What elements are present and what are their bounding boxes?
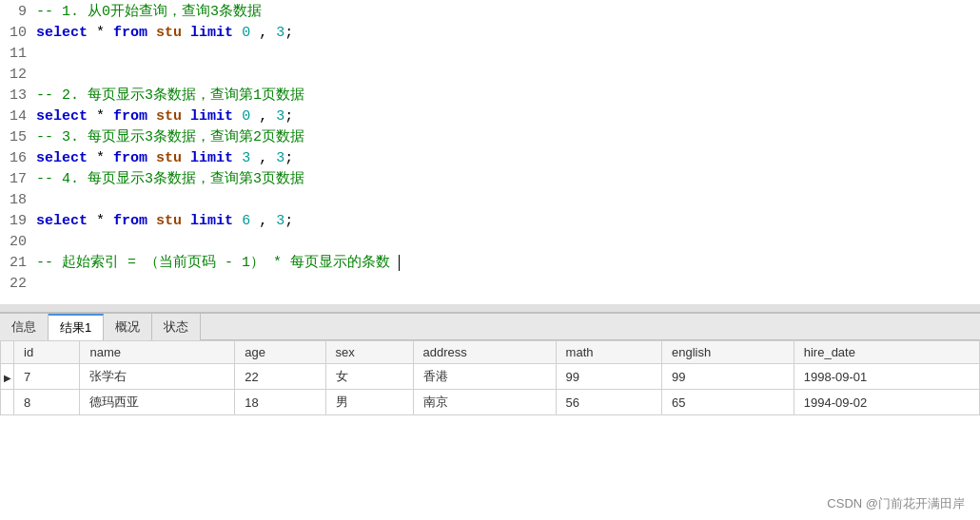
code-line: 12 [0, 65, 980, 86]
line-number: 9 [0, 2, 36, 23]
code-line: 13 -- 2. 每页显示3条数据，查询第1页数据 [0, 86, 980, 106]
code-line: 11 [0, 44, 980, 65]
line-number: 10 [0, 23, 36, 44]
col-hire-date: hire_date [794, 341, 979, 364]
tab-overview[interactable]: 概况 [104, 314, 152, 340]
result-table-area: id name age sex address math english hir… [0, 340, 980, 520]
cell-address: 南京 [413, 390, 556, 415]
horizontal-scrollbar[interactable] [0, 304, 980, 312]
line-content: select * from stu limit 6 , 3; [36, 211, 980, 232]
result-table: id name age sex address math english hir… [0, 340, 980, 415]
line-content [36, 65, 980, 86]
code-line: 17 -- 4. 每页显示3条数据，查询第3页数据 [0, 169, 980, 190]
table-row[interactable]: 8 德玛西亚 18 男 南京 56 65 1994-09-02 [1, 390, 980, 415]
code-lines: 9 -- 1. 从0开始查询，查询3条数据 10 select * from s… [0, 0, 980, 297]
code-line: 20 [0, 232, 980, 253]
line-number: 16 [0, 148, 36, 169]
cell-id: 7 [14, 364, 80, 390]
line-number: 20 [0, 232, 36, 253]
line-content: -- 2. 每页显示3条数据，查询第1页数据 [36, 86, 980, 106]
code-line: 18 [0, 190, 980, 211]
col-id: id [14, 341, 80, 364]
cell-name: 德玛西亚 [80, 390, 235, 415]
tab-info[interactable]: 信息 [0, 314, 49, 340]
cell-name: 张学右 [80, 364, 235, 390]
cell-hire-date: 1994-09-02 [794, 390, 979, 415]
tabs-bar: 信息 结果1 概况 状态 [0, 314, 980, 340]
cell-age: 22 [235, 364, 325, 390]
main-container: 9 -- 1. 从0开始查询，查询3条数据 10 select * from s… [0, 0, 980, 520]
watermark: CSDN @门前花开满田岸 [827, 495, 965, 512]
cell-hire-date: 1998-09-01 [794, 364, 979, 390]
cell-address: 香港 [413, 364, 556, 390]
code-line: 16 select * from stu limit 3 , 3; [0, 148, 980, 169]
col-address: address [413, 341, 556, 364]
code-line: 14 select * from stu limit 0 , 3; [0, 106, 980, 127]
code-line: 15 -- 3. 每页显示3条数据，查询第2页数据 [0, 127, 980, 148]
code-line: 21 -- 起始索引 = （当前页码 - 1） * 每页显示的条数 [0, 253, 980, 274]
line-number: 21 [0, 253, 36, 274]
line-number: 11 [0, 44, 36, 65]
line-content: -- 3. 每页显示3条数据，查询第2页数据 [36, 127, 980, 148]
line-content [36, 44, 980, 65]
tab-status[interactable]: 状态 [152, 314, 201, 340]
col-indicator [1, 341, 14, 364]
col-sex: sex [325, 341, 413, 364]
row-indicator [1, 364, 14, 390]
line-content [36, 232, 980, 253]
row-indicator [1, 390, 14, 415]
code-line: 19 select * from stu limit 6 , 3; [0, 211, 980, 232]
line-content: -- 4. 每页显示3条数据，查询第3页数据 [36, 169, 980, 190]
line-number: 12 [0, 65, 36, 86]
col-age: age [235, 341, 325, 364]
col-math: math [556, 341, 661, 364]
line-number: 22 [0, 274, 36, 295]
line-number: 18 [0, 190, 36, 211]
table-header-row: id name age sex address math english hir… [1, 341, 980, 364]
cell-id: 8 [14, 390, 80, 415]
tab-result1[interactable]: 结果1 [49, 314, 104, 340]
cell-english: 65 [661, 390, 794, 415]
code-line: 9 -- 1. 从0开始查询，查询3条数据 [0, 2, 980, 23]
code-editor: 9 -- 1. 从0开始查询，查询3条数据 10 select * from s… [0, 0, 980, 314]
code-line: 10 select * from stu limit 0 , 3; [0, 23, 980, 44]
cell-sex: 男 [325, 390, 413, 415]
col-name: name [80, 341, 235, 364]
line-number: 14 [0, 106, 36, 127]
line-content: select * from stu limit 0 , 3; [36, 23, 980, 44]
bottom-panel: 信息 结果1 概况 状态 id name age sex address mat… [0, 314, 980, 520]
line-number: 15 [0, 127, 36, 148]
line-content [36, 190, 980, 211]
col-english: english [661, 341, 794, 364]
code-line: 22 [0, 274, 980, 295]
line-content: -- 起始索引 = （当前页码 - 1） * 每页显示的条数 [36, 253, 980, 274]
cell-math: 99 [556, 364, 661, 390]
line-content: select * from stu limit 0 , 3; [36, 106, 980, 127]
line-number: 13 [0, 86, 36, 106]
cell-age: 18 [235, 390, 325, 415]
cell-math: 56 [556, 390, 661, 415]
table-row[interactable]: 7 张学右 22 女 香港 99 99 1998-09-01 [1, 364, 980, 390]
cell-sex: 女 [325, 364, 413, 390]
line-content [36, 274, 980, 295]
line-number: 17 [0, 169, 36, 190]
line-content: -- 1. 从0开始查询，查询3条数据 [36, 2, 980, 23]
line-number: 19 [0, 211, 36, 232]
cell-english: 99 [661, 364, 794, 390]
line-content: select * from stu limit 3 , 3; [36, 148, 980, 169]
